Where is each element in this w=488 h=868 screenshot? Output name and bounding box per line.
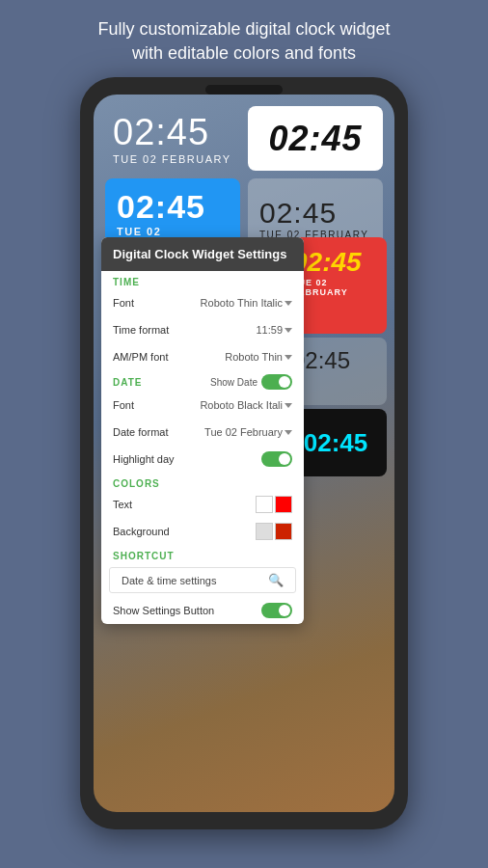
bg-color-label: Background: [113, 526, 170, 537]
bg-swatches: [256, 523, 292, 540]
widget-red-date: TUE 02 FEBRUARY: [292, 278, 379, 297]
font-value: Roboto Thin Italic: [201, 297, 292, 309]
swatch-gray[interactable]: [256, 523, 273, 540]
widget-black-time: 02:45: [304, 428, 368, 458]
date-section-header: DATE Show Date: [101, 370, 304, 392]
time-format-value: 11:59: [256, 324, 292, 336]
date-format-label: Date format: [113, 426, 168, 438]
header-text: Fully customizable digital clock widget …: [59, 0, 428, 77]
widget-white: 02:45: [248, 106, 383, 171]
widget1-date: TUE 02 FEBRUARY: [113, 153, 232, 165]
shortcut-date-settings[interactable]: Date & time settings 🔍: [109, 567, 296, 593]
row-highlight-day[interactable]: Highlight day: [101, 446, 304, 473]
row-show-settings[interactable]: Show Settings Button: [101, 597, 304, 624]
row-date-font[interactable]: Font Roboto Black Itali: [101, 392, 304, 419]
settings-title: Digital Clock Widget Settings: [101, 237, 304, 271]
date-format-value: Tue 02 February: [204, 426, 292, 438]
swatch-darkred[interactable]: [275, 523, 292, 540]
text-color-label: Text: [113, 499, 132, 510]
section-time: TIME: [101, 271, 304, 289]
chevron-icon: [285, 301, 292, 306]
widget-red-time: 02:45: [292, 247, 379, 278]
show-date-label: Show Date: [210, 377, 258, 388]
show-settings-label: Show Settings Button: [113, 605, 214, 616]
highlight-day-label: Highlight day: [113, 453, 175, 465]
shortcut-label: Date & time settings: [122, 575, 216, 586]
widget-transparent: 02:45 TUE 02 FEBRUARY: [101, 102, 244, 175]
date-font-label: Font: [113, 399, 134, 411]
search-icon: 🔍: [268, 573, 284, 587]
phone-frame: 02:45 TUE 02 FEBRUARY 02:45 02:45 TUE 02…: [80, 77, 408, 829]
widget3-time: 02:45: [117, 188, 229, 226]
swatch-red[interactable]: [275, 496, 292, 513]
section-colors: COLORS: [101, 473, 304, 491]
time-format-label: Time format: [113, 324, 169, 336]
show-settings-toggle[interactable]: [261, 603, 292, 618]
row-time-format[interactable]: Time format 11:59: [101, 316, 304, 343]
row-date-format[interactable]: Date format Tue 02 February: [101, 419, 304, 446]
widget-gray-time: 02:45: [292, 347, 379, 374]
ampm-label: AM/PM font: [113, 351, 168, 363]
row-bg-color[interactable]: Background: [101, 518, 304, 545]
font-label: Font: [113, 297, 134, 309]
widget4-time: 02:45: [259, 197, 371, 230]
phone-notch: [205, 85, 283, 95]
swatch-white[interactable]: [256, 496, 273, 513]
show-date-toggle[interactable]: [261, 374, 292, 390]
text-swatches: [256, 496, 292, 513]
widget1-time: 02:45: [113, 112, 232, 153]
highlight-day-toggle[interactable]: [261, 451, 292, 467]
chevron-icon-2: [285, 328, 292, 333]
row-text-color[interactable]: Text: [101, 491, 304, 518]
chevron-icon-3: [285, 355, 292, 360]
chevron-icon-5: [285, 430, 292, 435]
section-date: DATE: [113, 377, 142, 388]
section-shortcut: SHORTCUT: [101, 545, 304, 563]
show-date-row: Show Date: [210, 374, 292, 390]
row-font[interactable]: Font Roboto Thin Italic: [101, 289, 304, 316]
settings-panel: Digital Clock Widget Settings TIME Font …: [101, 237, 304, 624]
chevron-icon-4: [285, 403, 292, 408]
date-font-value: Roboto Black Itali: [200, 399, 292, 411]
widget2-time: 02:45: [268, 119, 362, 159]
ampm-value: Roboto Thin: [225, 351, 292, 363]
phone-screen: 02:45 TUE 02 FEBRUARY 02:45 02:45 TUE 02…: [94, 95, 394, 812]
row-ampm-font[interactable]: AM/PM font Roboto Thin: [101, 343, 304, 370]
